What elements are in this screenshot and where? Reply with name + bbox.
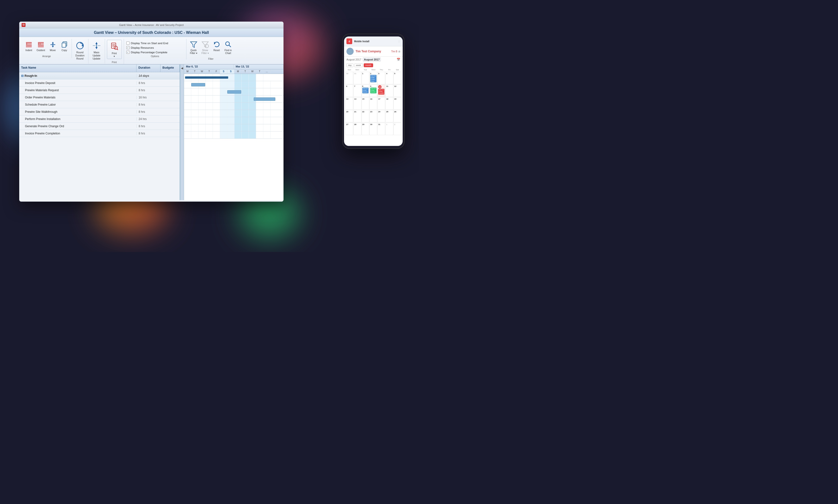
table-row[interactable]: Schedule Prewire Labor 8 hrs <box>19 101 180 108</box>
gantt-row <box>184 110 284 117</box>
option-resources-checkbox[interactable] <box>126 46 130 49</box>
ribbon-group-filter: QuickFilter ▾ ShowFilter ▾ <box>186 39 236 61</box>
cal-cell[interactable]: 22 <box>362 110 369 122</box>
cal-cell[interactable]: 19 <box>394 97 401 110</box>
cal-cell[interactable]: 2 Task 53 Install Crown Amps <box>370 72 377 84</box>
cal-cell[interactable]: 7 <box>354 85 361 97</box>
option-resources-row[interactable]: Display Resources <box>126 46 184 50</box>
gantt-bar-task2 <box>227 90 241 94</box>
reset-label: Reset <box>213 49 220 52</box>
table-row[interactable]: Generate Prewire Change Ord 8 hrs <box>19 123 180 130</box>
cal-cell[interactable]: 3 <box>377 72 385 84</box>
cal-cell[interactable]: 14 <box>354 97 361 110</box>
gantt-day: W <box>249 69 256 74</box>
view-week-button[interactable]: week <box>354 64 363 67</box>
quick-filter-button[interactable]: QuickFilter ▾ <box>188 40 199 56</box>
cal-cell[interactable]: 21 <box>354 110 361 122</box>
cal-cell[interactable]: 1 <box>362 72 369 84</box>
cal-cell[interactable]: 30 <box>370 123 377 135</box>
view-day-button[interactable]: day <box>346 64 354 67</box>
cal-cell[interactable]: 27 <box>345 123 353 135</box>
option-percentage-checkbox[interactable] <box>126 51 130 54</box>
group-collapse-icon[interactable]: ⊟ <box>21 74 23 77</box>
print-group-label: Print <box>112 60 117 64</box>
table-row[interactable]: ⊟ Rough-In 14 days <box>19 72 180 79</box>
svg-point-37 <box>349 50 351 52</box>
cal-cell[interactable]: 17 <box>377 97 385 110</box>
cal-cell[interactable]: 25 <box>386 110 393 122</box>
cal-cell[interactable]: 9 Task 55 Install Speake <box>370 85 377 97</box>
cal-cell[interactable]: 31 <box>377 123 385 135</box>
cal-cell[interactable]: 24 <box>377 110 385 122</box>
table-row[interactable]: Order Prewire Materials 16 hrs <box>19 94 180 101</box>
round-duration-button[interactable]: RoundDurationRound <box>74 40 86 61</box>
option-time-label: Display Time on Start and End <box>131 42 168 44</box>
phone-user-name: Tim B <box>391 50 397 53</box>
table-row[interactable]: Prewire Materials Request 8 hrs <box>19 87 180 94</box>
table-row[interactable]: Invoice Prewire Completion 8 hrs <box>19 130 180 137</box>
cal-cell[interactable]: 31 <box>354 72 361 84</box>
task-name-cell: Prewire Materials Request <box>19 89 136 92</box>
gantt-bar-group <box>185 76 228 79</box>
table-row[interactable]: Perform Prewire Installation 24 hrs <box>19 115 180 123</box>
find-in-chart-button[interactable]: Find inChart <box>223 40 234 56</box>
cal-cell[interactable]: 26 <box>394 110 401 122</box>
app-icon: SI <box>22 23 25 27</box>
mass-update-button[interactable]: MassUpdateUpdate <box>90 40 103 61</box>
cal-cell[interactable]: 13 <box>345 97 353 110</box>
cal-cell-today[interactable]: 10 Task 70 Install Amplifie <box>377 85 385 97</box>
cal-cell[interactable]: 1 <box>386 123 393 135</box>
view-month-button[interactable]: month <box>364 64 373 67</box>
copy-button[interactable]: Copy <box>59 40 70 53</box>
cal-cell[interactable]: 23 <box>370 110 377 122</box>
cal-cell[interactable]: 5 <box>394 72 401 84</box>
cal-cell[interactable]: 29 <box>362 123 369 135</box>
phone-calendar-icon[interactable]: 📅 <box>397 58 400 61</box>
cal-cell[interactable]: 18 <box>386 97 393 110</box>
cal-cell[interactable]: 30 <box>345 72 353 84</box>
cal-task[interactable]: Task 54 Install Speake <box>362 88 369 93</box>
ribbon-toolbar: Indent Outdent <box>19 37 284 65</box>
cal-cell[interactable]: 2 <box>394 123 401 135</box>
cal-task[interactable]: Task 70 Install Amplifie <box>378 89 384 94</box>
indent-button[interactable]: Indent <box>23 40 34 53</box>
indent-label: Indent <box>25 49 32 52</box>
move-button[interactable]: Move <box>48 40 58 53</box>
option-time-checkbox[interactable] <box>126 41 130 44</box>
table-row[interactable]: Prewire Site Walkthrough 8 hrs <box>19 108 180 115</box>
cal-cell[interactable]: 8 Task 54 Install Speake <box>362 85 369 97</box>
phone-month-select[interactable]: August 2017 <box>363 58 381 61</box>
print-button[interactable]: Print▾ <box>107 40 122 59</box>
cal-task[interactable]: Task 55 Install Speake <box>370 88 376 93</box>
main-content: Task Name Duration Budgete ⊟ Rough-In 14… <box>19 65 284 200</box>
cal-cell[interactable]: 28 <box>354 123 361 135</box>
window-title: Gantt View – University of South Colorad… <box>94 31 209 35</box>
print-label: Print▾ <box>112 52 117 58</box>
outdent-button[interactable]: Outdent <box>35 40 47 53</box>
option-time-row[interactable]: Display Time on Start and End <box>126 41 184 46</box>
cal-cell[interactable]: 12 <box>394 85 401 97</box>
show-filter-icon <box>201 41 209 49</box>
print-buttons: Print▾ <box>107 39 122 60</box>
gantt-day: T <box>242 69 249 74</box>
cal-cell[interactable]: 11 <box>386 85 393 97</box>
arrange-group-label: Arrange <box>42 54 51 58</box>
desktop-window: SI Gantt View – Acme Insurance : AV and … <box>19 22 284 202</box>
find-in-chart-icon <box>224 41 232 49</box>
ribbon-group-update: MassUpdateUpdate <box>88 39 105 64</box>
show-filter-button[interactable]: ShowFilter ▾ <box>200 40 210 56</box>
svg-line-36 <box>229 45 231 47</box>
gantt-day: T <box>256 69 263 74</box>
gantt-row <box>184 95 284 103</box>
task-name-cell: Invoice Prewire Completion <box>19 132 136 135</box>
cal-cell[interactable]: 4 <box>386 72 393 84</box>
reset-button[interactable]: Reset <box>211 40 222 53</box>
cal-cell[interactable]: 20 <box>345 110 353 122</box>
cal-cell[interactable]: 15 <box>362 97 369 110</box>
option-percentage-row[interactable]: Display Percentage Complete <box>126 50 184 54</box>
cal-task[interactable]: Task 53 Install Crown Amps <box>370 75 376 82</box>
table-row[interactable]: Invoice Prewire Deposit 8 hrs <box>19 79 180 87</box>
gantt-nav-left[interactable]: ◀ <box>180 65 184 200</box>
cal-cell[interactable]: 16 <box>370 97 377 110</box>
cal-cell[interactable]: 6 <box>345 85 353 97</box>
